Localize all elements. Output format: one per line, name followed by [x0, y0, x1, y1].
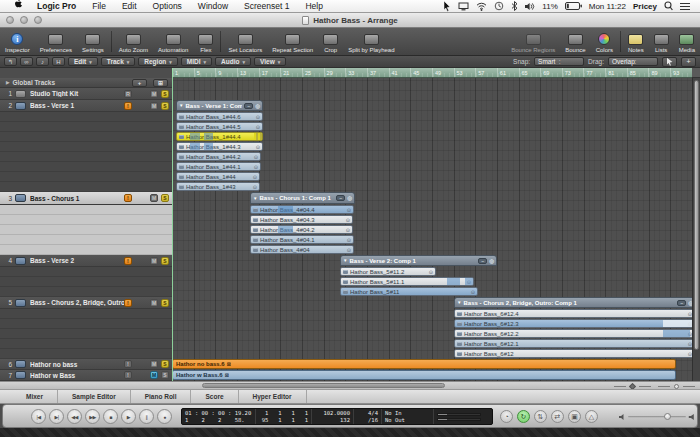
lcd-midi[interactable]: No InNo Out: [382, 409, 434, 424]
solo-button[interactable]: S: [161, 360, 169, 368]
master-volume-slider[interactable]: [619, 413, 695, 421]
forward-button[interactable]: ▶▶: [85, 409, 100, 424]
take-folder-header[interactable]: ▼Bass - Chorus 2, Bridge, Outro: Comp 1~…: [454, 297, 696, 308]
solo-button[interactable]: S: [161, 371, 169, 379]
solo-button[interactable]: ▣: [568, 410, 581, 423]
take-region[interactable]: Hathor Bass_1#44⊙: [176, 172, 260, 181]
lcd-signature[interactable]: 4/4/16: [354, 409, 382, 424]
menu-audio-button[interactable]: Audio▾: [215, 57, 251, 66]
hide-tracks-button[interactable]: H: [52, 57, 65, 66]
arrange-canvas[interactable]: ▼Bass - Verse 1: Comp 1~◎Hathor Bass_1#4…: [172, 78, 692, 381]
pause-button[interactable]: ∥: [139, 409, 154, 424]
menu-track-button[interactable]: Track▾: [101, 57, 136, 66]
take-region[interactable]: Hathor Bass_6#12.2⊙: [454, 329, 695, 338]
track-badge[interactable]: !: [124, 360, 132, 368]
take-region[interactable]: Hathor Bass_5#11.2⊙: [340, 267, 436, 276]
toolbar-inspector-button[interactable]: iInspector: [0, 28, 35, 55]
track-header-2[interactable]: 2Bass - Verse 1!MS: [0, 100, 172, 112]
wifi-icon[interactable]: [476, 2, 487, 11]
bluetooth-icon[interactable]: [511, 1, 518, 11]
drag-select[interactable]: Overlap∶: [608, 57, 658, 66]
audio-region[interactable]: Hathor w Bass.6⊠: [172, 370, 676, 380]
track-badge[interactable]: !: [124, 299, 132, 307]
mute-button[interactable]: M: [150, 90, 158, 98]
menu-edit-button[interactable]: Edit▾: [68, 57, 98, 66]
track-header-5[interactable]: 5Bass - Chorus 2, Bridge, Outro!MS: [0, 297, 172, 309]
take-region[interactable]: Hathor Bass_6#12.1⊙: [454, 339, 695, 348]
take-folder-header[interactable]: ▼Bass - Verse 2: Comp 1~◎: [340, 255, 497, 266]
menu-logic-pro[interactable]: Logic Pro: [29, 0, 84, 13]
midi-in-button[interactable]: ♪: [36, 57, 49, 66]
take-region[interactable]: Hathor Bass_1#44.4⊙: [176, 132, 263, 141]
menu-region-button[interactable]: Region▾: [138, 57, 178, 66]
v-zoom-handle[interactable]: [674, 384, 679, 389]
toolbar-autozoom-button[interactable]: Auto Zoom: [114, 28, 153, 55]
menu-clock[interactable]: Mon 11:22: [589, 2, 626, 11]
toolbar-media-button[interactable]: Media: [674, 28, 700, 55]
take-region[interactable]: Hathor Bass_1#44.2⊙: [176, 152, 261, 161]
link-button[interactable]: ∞: [20, 57, 33, 66]
go-to-end-button[interactable]: ▶|: [49, 409, 64, 424]
solo-button[interactable]: S: [161, 194, 169, 202]
track-badge[interactable]: !: [124, 371, 132, 379]
take-region[interactable]: Hathor Bass_6#12⊙: [454, 349, 695, 358]
playhead[interactable]: [172, 68, 173, 381]
lcd-time[interactable]: 01 : 00 : 00 : 19.201 2 2 58.: [182, 409, 256, 424]
rewind-button[interactable]: ◀◀: [67, 409, 82, 424]
take-region[interactable]: Hathor Bass_5#11⊙: [340, 287, 478, 296]
take-region[interactable]: Hathor Bass_1#44.3⊙: [176, 142, 263, 151]
audio-region[interactable]: Hathor no bass.6⊠: [172, 359, 676, 369]
track-header-7[interactable]: 7Hathor w Bass!MS: [0, 370, 172, 381]
solo-button[interactable]: S: [161, 299, 169, 307]
hierarchy-button[interactable]: ↰: [4, 57, 17, 66]
track-header-1[interactable]: 1Studio Tight KitRMS: [0, 88, 172, 100]
display-mirroring-icon[interactable]: [458, 2, 469, 11]
horizontal-scrollbar-thumb[interactable]: [202, 383, 445, 388]
take-region[interactable]: Hathor Bass_4#04⊙: [250, 245, 354, 254]
track-header-4[interactable]: 4Bass - Verse 2!MS: [0, 255, 172, 267]
notification-center-icon[interactable]: [680, 2, 690, 11]
toolbar-lists-button[interactable]: Lists: [649, 28, 674, 55]
tab-piano-roll[interactable]: Piano Roll: [131, 390, 192, 403]
track-badge[interactable]: !: [124, 257, 132, 265]
go-to-beginning-button[interactable]: |◀: [31, 409, 46, 424]
play-button[interactable]: ▶: [121, 409, 136, 424]
take-region[interactable]: Hathor Bass_4#04.2⊙: [250, 225, 353, 234]
user-menu[interactable]: Pricey: [633, 2, 657, 11]
take-region[interactable]: Hathor Bass_4#04.4⊙: [250, 205, 354, 214]
vertical-scrollbar[interactable]: [692, 78, 700, 381]
take-region[interactable]: Hathor Bass_4#04.3⊙: [250, 215, 353, 224]
record-button[interactable]: ●: [157, 409, 172, 424]
track-badge[interactable]: !: [124, 194, 132, 202]
menu-window[interactable]: Window: [190, 0, 236, 13]
pointer-tool-button[interactable]: [662, 57, 677, 67]
snap-select[interactable]: Smart∶: [534, 57, 584, 66]
global-tracks-header[interactable]: ▶Global Tracks+⊞: [0, 78, 172, 88]
menu-options[interactable]: Options: [145, 0, 190, 13]
menu-view-button[interactable]: View▾: [254, 57, 286, 66]
solo-button[interactable]: S: [161, 90, 169, 98]
take-region[interactable]: Hathor Bass_5#11.1⊙: [340, 277, 474, 286]
mute-button[interactable]: M: [150, 360, 158, 368]
toolbar-automation-button[interactable]: Automation: [153, 28, 193, 55]
toolbar-notes-button[interactable]: Notes: [623, 28, 649, 55]
stop-button[interactable]: ■: [103, 409, 118, 424]
apple-menu-icon[interactable]: [8, 0, 29, 13]
bar-ruler[interactable]: 1591317212529333741454953576165697377818…: [172, 68, 692, 78]
solo-button[interactable]: S: [161, 257, 169, 265]
toolbar-repeat-button[interactable]: Repeat Section: [267, 28, 318, 55]
tab-score[interactable]: Score: [191, 390, 238, 403]
time-machine-icon[interactable]: [494, 1, 504, 11]
take-region[interactable]: Hathor Bass_1#44.5⊙: [176, 122, 263, 131]
mute-button[interactable]: M: [150, 102, 158, 110]
toolbar-flex-button[interactable]: Flex: [193, 28, 218, 55]
take-folder-header[interactable]: ▼Bass - Chorus 1: Comp 1~◎: [250, 192, 355, 204]
solo-button[interactable]: S: [161, 102, 169, 110]
take-region[interactable]: Hathor Bass_1#44.6⊙: [176, 112, 263, 121]
toolbar-setlocators-button[interactable]: Set Locators: [223, 28, 267, 55]
menu-file[interactable]: File: [84, 0, 114, 13]
tab-mixer[interactable]: Mixer: [12, 390, 58, 403]
cycle-button[interactable]: ↻: [517, 410, 530, 423]
volume-icon[interactable]: [525, 2, 535, 11]
toolbar-bounce-button[interactable]: Bounce: [560, 28, 590, 55]
